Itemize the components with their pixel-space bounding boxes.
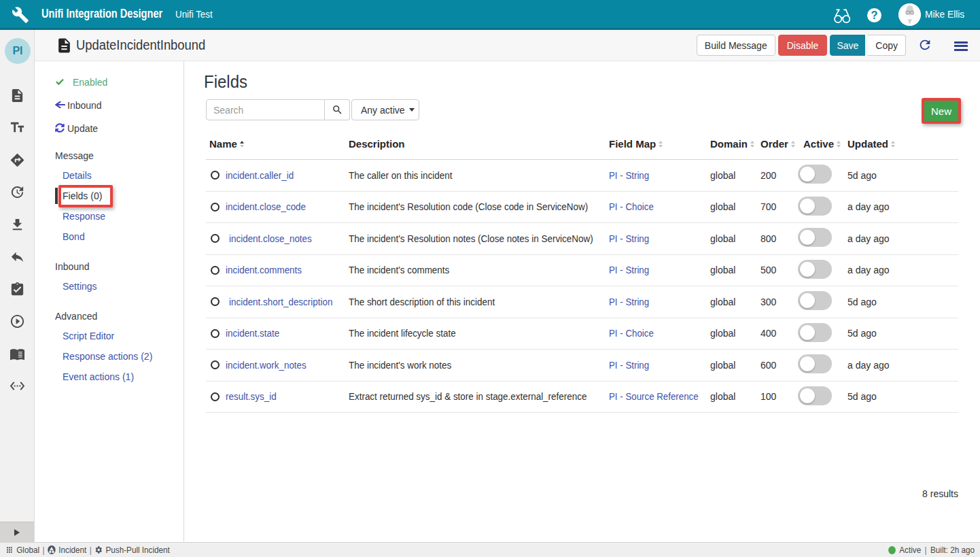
refresh-icon[interactable] bbox=[917, 37, 932, 52]
updated-cell: 5d ago bbox=[847, 328, 958, 339]
reply-rail-icon[interactable] bbox=[10, 249, 25, 265]
text-format-rail-icon[interactable] bbox=[10, 120, 25, 135]
active-toggle[interactable] bbox=[798, 291, 832, 310]
integration-avatar[interactable]: PI bbox=[5, 38, 31, 64]
code-rail-icon[interactable] bbox=[10, 378, 25, 394]
toggle-knob bbox=[800, 167, 815, 182]
nav-item-response[interactable]: Response bbox=[63, 211, 105, 222]
field-map-link[interactable]: PI - Choice bbox=[609, 328, 654, 339]
order-cell: 700 bbox=[760, 201, 798, 212]
field-name-cell: incident.comments bbox=[226, 265, 349, 275]
active-toggle[interactable] bbox=[798, 165, 832, 184]
disable-button[interactable]: Disable bbox=[778, 35, 828, 56]
row-radio-button[interactable] bbox=[211, 171, 220, 180]
row-radio-button[interactable] bbox=[211, 360, 220, 369]
directions-rail-icon[interactable] bbox=[10, 152, 25, 168]
nav-item-fields[interactable]: Fields (0) bbox=[63, 188, 102, 205]
active-toggle[interactable] bbox=[798, 228, 832, 247]
column-header-active[interactable]: Active bbox=[798, 138, 847, 150]
enabled-check-icon bbox=[55, 77, 65, 86]
row-radio-button[interactable] bbox=[211, 392, 220, 401]
nav-status-inbound[interactable]: Inbound bbox=[67, 100, 102, 111]
field-map-link[interactable]: PI - String bbox=[609, 297, 649, 307]
nav-item-event-actions[interactable]: Event actions (1) bbox=[63, 371, 134, 382]
field-name-link[interactable]: incident.work_notes bbox=[226, 360, 307, 371]
row-radio-button[interactable] bbox=[211, 297, 220, 306]
row-radio-button[interactable] bbox=[211, 203, 220, 212]
apps-grid-icon[interactable] bbox=[5, 545, 14, 554]
history-rail-icon[interactable] bbox=[10, 184, 25, 200]
status-bar-left: Global | Incident | Push-Pull Incident bbox=[5, 545, 170, 555]
active-toggle[interactable] bbox=[798, 197, 832, 216]
wrench-icon bbox=[12, 6, 29, 24]
field-name-link[interactable]: incident.short_description bbox=[229, 297, 332, 307]
document-rail-icon[interactable] bbox=[10, 88, 25, 103]
field-map-link[interactable]: PI - String bbox=[609, 265, 649, 275]
field-map-link[interactable]: PI - Source Reference bbox=[609, 391, 699, 402]
main-content: Fields Any active New Name Description F… bbox=[184, 61, 980, 542]
nav-item-details[interactable]: Details bbox=[63, 170, 92, 181]
save-button[interactable]: Save bbox=[830, 35, 865, 56]
nav-item-script-editor[interactable]: Script Editor bbox=[63, 331, 114, 341]
nav-section-inbound: Inbound bbox=[55, 261, 90, 272]
field-name-link[interactable]: incident.comments bbox=[226, 265, 302, 275]
active-toggle[interactable] bbox=[798, 260, 832, 279]
column-header-domain[interactable]: Domain bbox=[710, 138, 760, 150]
fields-highlight-box[interactable]: Fields (0) bbox=[58, 185, 113, 207]
hamburger-menu-icon[interactable] bbox=[954, 41, 968, 51]
field-map-link[interactable]: PI - String bbox=[609, 360, 649, 371]
field-map-cell: PI - Source Reference bbox=[609, 391, 710, 402]
active-toggle[interactable] bbox=[798, 354, 832, 373]
expand-rail-button[interactable] bbox=[0, 522, 34, 542]
column-header-order[interactable]: Order bbox=[760, 138, 798, 150]
active-cell bbox=[798, 228, 847, 249]
active-toggle[interactable] bbox=[798, 386, 832, 405]
field-map-link[interactable]: PI - String bbox=[609, 233, 649, 244]
field-name-link[interactable]: incident.close_code bbox=[226, 201, 306, 212]
column-header-field-map[interactable]: Field Map bbox=[609, 138, 710, 150]
field-map-link[interactable]: PI - String bbox=[609, 170, 649, 181]
task-check-rail-icon[interactable] bbox=[10, 282, 25, 297]
active-filter-dropdown[interactable]: Any active bbox=[351, 99, 419, 120]
column-header-updated[interactable]: Updated bbox=[847, 138, 958, 150]
order-cell: 500 bbox=[760, 265, 798, 275]
field-name-link[interactable]: incident.close_notes bbox=[229, 233, 312, 244]
row-radio-button[interactable] bbox=[211, 266, 220, 275]
table-row: incident.comments The incident's comment… bbox=[206, 255, 958, 287]
book-rail-icon[interactable] bbox=[10, 346, 25, 362]
process-label[interactable]: Incident bbox=[58, 545, 86, 555]
build-message-button[interactable]: Build Message bbox=[697, 35, 775, 56]
nav-item-settings[interactable]: Settings bbox=[63, 281, 97, 292]
nav-item-response-actions[interactable]: Response actions (2) bbox=[63, 351, 152, 362]
field-map-link[interactable]: PI - Choice bbox=[609, 201, 654, 212]
active-toggle[interactable] bbox=[798, 323, 832, 342]
column-header-description[interactable]: Description bbox=[349, 138, 609, 150]
search-input[interactable] bbox=[206, 99, 325, 120]
search-button[interactable] bbox=[325, 99, 350, 120]
download-rail-icon[interactable] bbox=[10, 217, 25, 233]
field-name-link[interactable]: result.sys_id bbox=[226, 391, 277, 402]
row-radio-button[interactable] bbox=[211, 329, 220, 338]
help-icon[interactable]: ? bbox=[867, 8, 881, 22]
selected-item-bar bbox=[55, 188, 58, 204]
user-avatar[interactable] bbox=[898, 3, 921, 26]
updated-cell: 5d ago bbox=[847, 297, 958, 307]
row-radio-button[interactable] bbox=[211, 234, 220, 243]
nav-status-enabled[interactable]: Enabled bbox=[73, 77, 107, 88]
integration-label[interactable]: Push-Pull Incident bbox=[106, 545, 170, 555]
column-header-name[interactable]: Name bbox=[206, 138, 349, 150]
new-button[interactable]: New bbox=[924, 101, 958, 121]
user-name[interactable]: Mike Ellis bbox=[925, 0, 964, 28]
column-header-label: Description bbox=[349, 138, 405, 150]
nav-status-update[interactable]: Update bbox=[67, 123, 98, 134]
play-circle-rail-icon[interactable] bbox=[10, 314, 25, 329]
sort-icon bbox=[659, 141, 663, 148]
scope-label[interactable]: Global bbox=[16, 545, 39, 555]
field-name-link[interactable]: incident.caller_id bbox=[226, 170, 294, 181]
copy-button[interactable]: Copy bbox=[868, 35, 906, 56]
field-name-link[interactable]: incident.state bbox=[226, 328, 279, 339]
active-cell bbox=[798, 386, 847, 407]
updated-cell: a day ago bbox=[847, 265, 958, 275]
nav-item-bond[interactable]: Bond bbox=[63, 231, 85, 242]
glasses-icon[interactable] bbox=[833, 7, 850, 24]
